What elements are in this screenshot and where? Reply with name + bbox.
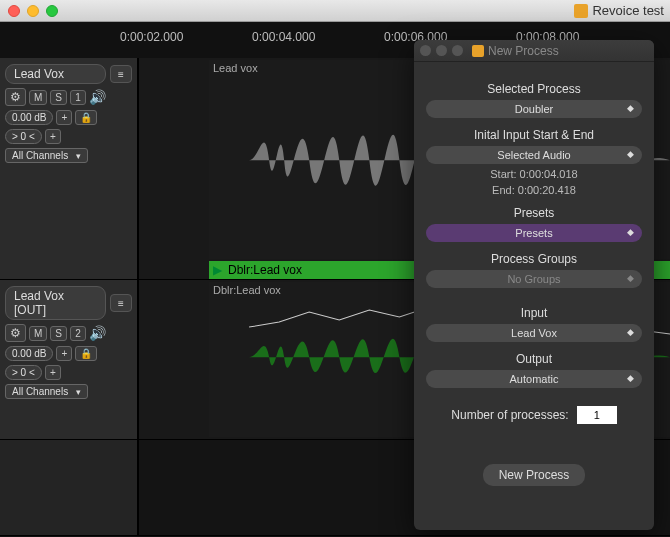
speaker-icon[interactable]: 🔊	[89, 325, 106, 341]
lock-icon[interactable]: 🔒	[75, 110, 97, 125]
dialog-close-button[interactable]	[420, 45, 431, 56]
new-process-dialog: New Process Selected Process Doubler◆ In…	[414, 40, 654, 530]
ruler-tick: 0:00:04.000	[252, 30, 315, 44]
pan-field[interactable]: > 0 <	[5, 365, 42, 380]
presets-label: Presets	[426, 206, 642, 220]
track-name-field[interactable]: Lead Vox [OUT]	[5, 286, 106, 320]
close-window-button[interactable]	[8, 5, 20, 17]
app-logo-icon	[574, 4, 588, 18]
output-select[interactable]: Automatic◆	[426, 370, 642, 388]
lock-icon[interactable]: 🔒	[75, 346, 97, 361]
pan-field[interactable]: > 0 <	[5, 129, 42, 144]
output-label: Output	[426, 352, 642, 366]
window-title: Revoice test	[592, 3, 664, 18]
process-groups-label: Process Groups	[426, 252, 642, 266]
gain-plus-button[interactable]: +	[56, 346, 72, 361]
input-range-select[interactable]: Selected Audio◆	[426, 146, 642, 164]
selected-process-label: Selected Process	[426, 82, 642, 96]
input-label: Input	[426, 306, 642, 320]
dialog-titlebar[interactable]: New Process	[414, 40, 654, 62]
solo-button[interactable]: S	[50, 90, 67, 105]
minimize-window-button[interactable]	[27, 5, 39, 17]
selected-process-select[interactable]: Doubler◆	[426, 100, 642, 118]
mute-button[interactable]: M	[29, 326, 47, 341]
region-label: Dblr:Lead vox	[228, 263, 302, 277]
play-icon[interactable]: ▶	[213, 263, 222, 277]
presets-select[interactable]: Presets◆	[426, 224, 642, 242]
input-select[interactable]: Lead Vox◆	[426, 324, 642, 342]
app-logo-icon	[472, 45, 484, 57]
end-time-label: End: 0:00:20.418	[426, 184, 642, 196]
pan-plus-button[interactable]: +	[45, 129, 61, 144]
num-processes-label: Number of processes:	[451, 408, 568, 422]
channels-select[interactable]: All Channels	[5, 148, 88, 163]
mute-button[interactable]: M	[29, 90, 47, 105]
track-header: Lead Vox ≡ ⚙ M S 1 🔊 0.00 dB + 🔒 > 0 < +…	[0, 58, 138, 279]
gain-plus-button[interactable]: +	[56, 110, 72, 125]
pan-plus-button[interactable]: +	[45, 365, 61, 380]
ruler-tick: 0:00:02.000	[120, 30, 183, 44]
track-link-icon[interactable]: ≡	[110, 294, 132, 312]
track-header: Lead Vox [OUT] ≡ ⚙ M S 2 🔊 0.00 dB + 🔒 >…	[0, 280, 138, 439]
track-index: 1	[70, 90, 86, 105]
track-header-empty	[0, 440, 138, 535]
gain-field[interactable]: 0.00 dB	[5, 110, 53, 125]
gear-icon[interactable]: ⚙	[5, 88, 26, 106]
track-link-icon[interactable]: ≡	[110, 65, 132, 83]
window-titlebar: Revoice test	[0, 0, 670, 22]
zoom-window-button[interactable]	[46, 5, 58, 17]
gain-field[interactable]: 0.00 dB	[5, 346, 53, 361]
input-start-end-label: Inital Input Start & End	[426, 128, 642, 142]
start-time-label: Start: 0:00:04.018	[426, 168, 642, 180]
dialog-minimize-button[interactable]	[436, 45, 447, 56]
gear-icon[interactable]: ⚙	[5, 324, 26, 342]
new-process-button[interactable]: New Process	[483, 464, 586, 486]
speaker-icon[interactable]: 🔊	[89, 89, 106, 105]
dialog-zoom-button[interactable]	[452, 45, 463, 56]
solo-button[interactable]: S	[50, 326, 67, 341]
track-name-field[interactable]: Lead Vox	[5, 64, 106, 84]
track-index: 2	[70, 326, 86, 341]
dialog-title: New Process	[488, 44, 559, 58]
num-processes-input[interactable]	[577, 406, 617, 424]
channels-select[interactable]: All Channels	[5, 384, 88, 399]
process-groups-select[interactable]: No Groups◆	[426, 270, 642, 288]
